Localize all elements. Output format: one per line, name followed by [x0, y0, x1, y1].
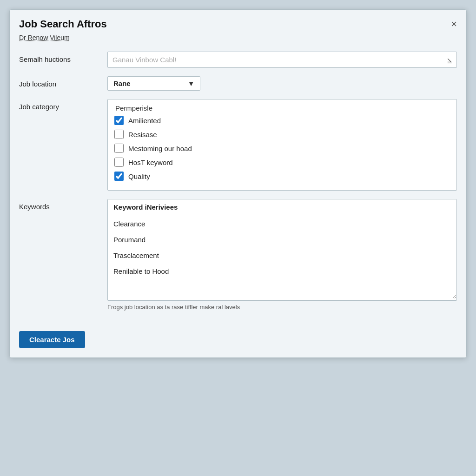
checkbox-label-cat1: Amiliented [128, 117, 161, 125]
location-label: Job location [19, 76, 107, 88]
dialog-subtitle: Dr Renow Vileum [10, 33, 466, 47]
checkbox-cat1[interactable] [114, 116, 124, 125]
category-group-label: Permperisle [114, 104, 450, 112]
search-dropdown-arrow-icon: ⦥ [447, 55, 452, 65]
checkbox-item[interactable]: Resisase [114, 130, 450, 139]
location-selected-value: Rane [113, 79, 188, 87]
checkbox-label-cat3: Mestoming our hoad [128, 145, 192, 152]
keywords-row: Keywords Keyword iNeriviees Frogs job lo… [19, 199, 457, 311]
keywords-container: Keyword iNeriviees [107, 199, 457, 301]
dialog-footer: Clearacte Jos [10, 326, 466, 357]
checkbox-label-cat5: Quality [128, 172, 150, 180]
checkbox-item[interactable]: HosT keyword [114, 158, 450, 167]
checkbox-label-cat2: Resisase [128, 131, 157, 139]
checkbox-label-cat4: HosT keyword [128, 159, 173, 166]
checkbox-cat3[interactable] [114, 144, 124, 153]
clear-button[interactable]: Clearacte Jos [19, 331, 85, 348]
checkbox-item[interactable]: Amiliented [114, 116, 450, 125]
keywords-hint: Frogs job location as ta rase tiffler ma… [107, 304, 457, 311]
dialog-body: Semalh huctions Ganau Vinbow Cabl! ⦥ Job… [10, 47, 466, 326]
search-label: Semalh huctions [19, 52, 107, 63]
checkbox-item[interactable]: Quality [114, 172, 450, 181]
category-row: Job category Permperisle AmilientedResis… [19, 99, 457, 191]
location-row: Job location Rane ▼ [19, 76, 457, 91]
keywords-control: Keyword iNeriviees Frogs job location as… [107, 199, 457, 311]
checkbox-cat2[interactable] [114, 130, 124, 139]
search-control: Ganau Vinbow Cabl! ⦥ [107, 52, 457, 68]
keywords-label: Keywords [19, 199, 107, 211]
category-control: Permperisle AmilientedResisaseMestoming … [107, 99, 457, 191]
category-checkbox-list: Permperisle AmilientedResisaseMestoming … [107, 99, 457, 191]
job-search-dialog: Job Search Aftros × Dr Renow Vileum Sema… [9, 9, 467, 358]
dialog-header: Job Search Aftros × [10, 10, 466, 33]
location-dropdown-arrow-icon: ▼ [188, 80, 194, 87]
checkbox-cat4[interactable] [114, 158, 124, 167]
search-row: Semalh huctions Ganau Vinbow Cabl! ⦥ [19, 52, 457, 68]
dialog-title: Job Search Aftros [19, 18, 107, 30]
search-dropdown[interactable]: Ganau Vinbow Cabl! ⦥ [107, 52, 457, 68]
keywords-header: Keyword iNeriviees [108, 199, 456, 215]
checkbox-item[interactable]: Mestoming our hoad [114, 144, 450, 153]
search-dropdown-text: Ganau Vinbow Cabl! [112, 56, 447, 64]
checkbox-items-container: AmilientedResisaseMestoming our hoadHosT… [114, 116, 450, 181]
category-label: Job category [19, 99, 107, 111]
location-control: Rane ▼ [107, 76, 457, 91]
location-dropdown[interactable]: Rane ▼ [107, 76, 200, 91]
close-button[interactable]: × [451, 19, 457, 29]
checkbox-cat5[interactable] [114, 172, 124, 181]
keywords-textarea[interactable] [108, 215, 456, 299]
